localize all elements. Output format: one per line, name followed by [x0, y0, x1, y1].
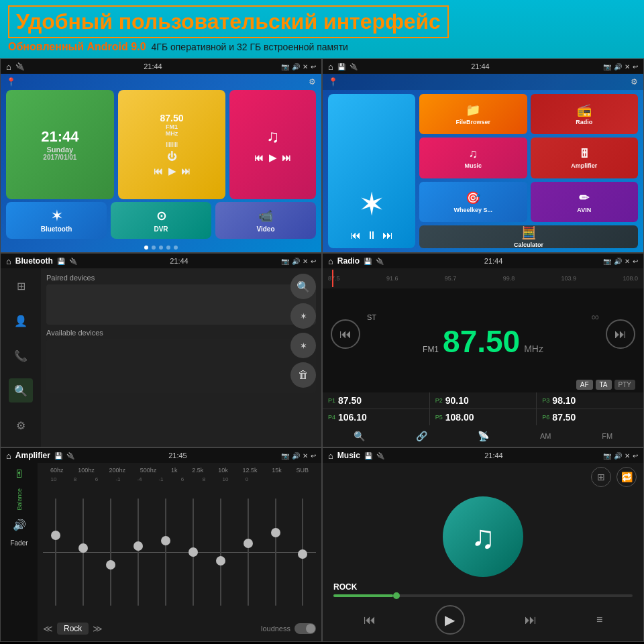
radio-prev-icon[interactable]: ⏮: [154, 166, 163, 176]
dot-3[interactable]: [159, 246, 163, 250]
amp-prev-preset[interactable]: ≪: [43, 623, 53, 634]
music-progress-bar[interactable]: [333, 594, 633, 597]
app-tile-clock[interactable]: 21:44 Sunday 2017/01/01: [6, 90, 114, 199]
app-tile-dvr[interactable]: ⊙ DVR: [111, 202, 211, 239]
close-icon-home2[interactable]: ✕: [625, 63, 630, 70]
tile-filebrowser[interactable]: 📁 FileBrowser: [419, 94, 527, 134]
eq-slider-7[interactable]: [215, 498, 226, 606]
settings-icon-home[interactable]: ⚙: [309, 77, 316, 87]
bt-sidebar-search-icon[interactable]: 🔍: [9, 378, 33, 402]
music-next-home[interactable]: ⏭: [282, 152, 291, 163]
app-tile-video[interactable]: 📹 Video: [215, 202, 316, 239]
music-ctrl-prev[interactable]: ⏮: [364, 613, 376, 627]
radio-play-icon[interactable]: ▶: [168, 166, 176, 176]
preset-p2[interactable]: P2 90.10: [430, 392, 537, 409]
bt-sidebar-phone-icon[interactable]: 📞: [9, 343, 33, 368]
app-tile-radio[interactable]: 87.50 FM1 MHz |||||||| ⏻ ⏮ ▶ ⏭: [118, 90, 226, 199]
bt-search-btn[interactable]: 🔍: [290, 274, 316, 299]
eq-slider-5[interactable]: [160, 498, 171, 606]
eq-slider-2[interactable]: [78, 498, 89, 606]
bt-connect-btn[interactable]: ✶: [290, 303, 316, 329]
tile-wheelkey[interactable]: 🎯 Wheelkey S...: [419, 182, 527, 222]
bt-sidebar-gear-icon[interactable]: ⚙: [9, 413, 33, 437]
home-icon-2[interactable]: ⌂: [328, 62, 333, 72]
eq-slider-4[interactable]: [133, 498, 144, 606]
music-ctrl-next[interactable]: ⏭: [525, 613, 537, 627]
amp-toggle[interactable]: [294, 623, 316, 634]
music-list-icon[interactable]: ⊞: [591, 467, 611, 487]
dot-1[interactable]: [144, 246, 148, 250]
amp-sd-icon: 💾: [54, 452, 62, 460]
radio2-label: Radio: [576, 119, 592, 125]
preset-p4[interactable]: P4 106.10: [323, 409, 429, 425]
scale-10-2: 10: [216, 476, 235, 482]
radio-prev-btn[interactable]: ⏮: [331, 319, 360, 349]
music-note-icon-home: ♫: [266, 126, 280, 147]
radio-ta-btn[interactable]: TA: [596, 380, 612, 390]
eq-slider-3[interactable]: [105, 498, 116, 606]
home-icon-music[interactable]: ⌂: [328, 451, 333, 461]
preset-p3[interactable]: P3 98.10: [537, 392, 643, 409]
amp-eq-icon[interactable]: 🎚: [14, 468, 25, 480]
bt-delete-btn[interactable]: 🗑: [290, 362, 316, 388]
bt-sidebar-grid-icon[interactable]: ⊞: [9, 274, 33, 298]
radio-bottom-search[interactable]: 🔍: [354, 431, 365, 441]
close-icon-music[interactable]: ✕: [625, 452, 630, 460]
eq-slider-8[interactable]: [243, 498, 254, 606]
amp-next-preset[interactable]: ≫: [93, 623, 103, 634]
tile-avin[interactable]: ✏ AVIN: [531, 182, 639, 222]
status-bar-music: ⌂ Music 💾 🔌 21:44 📷 🔊 ✕ ↩: [323, 448, 643, 463]
radio-bottom-link[interactable]: 🔗: [416, 431, 427, 441]
radio-bottom-am[interactable]: AM: [540, 432, 551, 440]
eq-slider-1[interactable]: [50, 498, 61, 606]
bt-prev-icon[interactable]: ⏮: [350, 229, 361, 241]
home-icon[interactable]: ⌂: [6, 62, 11, 72]
back-icon-home2[interactable]: ↩: [633, 63, 638, 70]
app-tile-music[interactable]: ♫ ⏮ ▶ ⏭: [229, 90, 316, 199]
tile-calculator[interactable]: 🧮 Calculator: [419, 225, 638, 248]
eq-slider-sub[interactable]: [297, 498, 308, 606]
music-ctrl-play[interactable]: ▶: [435, 605, 465, 635]
radio-af-btn[interactable]: AF: [576, 380, 593, 390]
close-icon-bt[interactable]: ✕: [303, 258, 308, 265]
radio-bottom-fm[interactable]: FM: [602, 432, 612, 440]
music-ctrl-list[interactable]: ≡: [596, 614, 602, 626]
tile-music2[interactable]: ♫ Music: [419, 138, 527, 178]
music-play-home[interactable]: ▶: [269, 152, 276, 163]
tile-amplifier[interactable]: 🎚 Amplifier: [531, 138, 639, 178]
radio-pty-btn[interactable]: PTY: [614, 380, 635, 390]
preset-p1[interactable]: P1 87.50: [323, 392, 429, 409]
home-icon-bt[interactable]: ⌂: [6, 256, 11, 266]
back-icon-amp[interactable]: ↩: [311, 452, 316, 460]
eq-slider-6[interactable]: [188, 498, 199, 606]
music-repeat-icon[interactable]: 🔁: [616, 467, 637, 487]
home-icon-radio[interactable]: ⌂: [328, 256, 333, 266]
bt-next-icon[interactable]: ⏭: [382, 229, 393, 241]
music-prev-home[interactable]: ⏮: [254, 152, 264, 163]
radio-power-icon[interactable]: ⏻: [167, 151, 176, 162]
preset-p6[interactable]: P6 87.50: [537, 409, 643, 425]
dot-5[interactable]: [174, 246, 178, 250]
back-icon-home[interactable]: ↩: [311, 63, 316, 70]
settings-icon-home2[interactable]: ⚙: [631, 77, 638, 87]
app-tile-bluetooth[interactable]: ✶ Bluetooth: [6, 202, 107, 239]
bt-sidebar-person-icon[interactable]: 👤: [9, 309, 33, 333]
back-icon-radio[interactable]: ↩: [633, 258, 638, 265]
home-icon-amp[interactable]: ⌂: [6, 451, 11, 461]
preset-p5[interactable]: P5 108.00: [430, 409, 537, 425]
eq-slider-9[interactable]: [270, 498, 281, 606]
close-icon-amp[interactable]: ✕: [303, 452, 308, 460]
bt-play-icon[interactable]: ⏸: [366, 229, 377, 241]
close-icon-home[interactable]: ✕: [303, 63, 308, 70]
bt-phone-btn[interactable]: ✶: [290, 333, 316, 358]
radio-bottom-antenna[interactable]: 📡: [478, 431, 489, 441]
dot-4[interactable]: [166, 246, 170, 250]
back-icon-music[interactable]: ↩: [633, 452, 638, 460]
radio-next-icon[interactable]: ⏭: [181, 166, 191, 176]
close-icon-radio[interactable]: ✕: [625, 258, 630, 265]
bt-big-tile[interactable]: ✶ ⏮ ⏸ ⏭: [328, 94, 415, 248]
back-icon-bt[interactable]: ↩: [311, 258, 316, 265]
tile-radio2[interactable]: 📻 Radio: [531, 94, 639, 134]
dot-2[interactable]: [152, 246, 156, 250]
radio-next-btn[interactable]: ⏭: [606, 319, 635, 349]
